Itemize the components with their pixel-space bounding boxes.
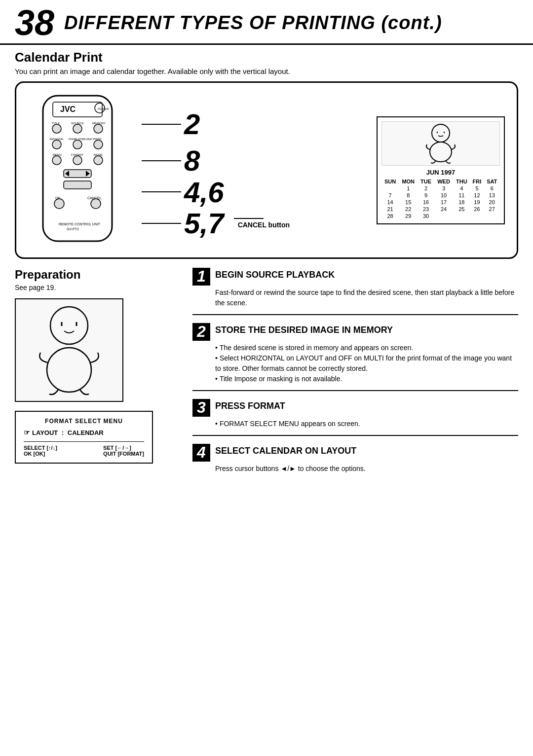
select-label: SELECT [↑/↓] — [24, 445, 57, 451]
step-3-body: FORMAT SELECT MENU appears on screen. — [192, 419, 518, 429]
format-menu-layout-row: ☞ LAYOUT : CALENDAR — [24, 429, 144, 436]
step-1-text: Fast-forward or rewind the source tape t… — [215, 288, 518, 308]
cal-cell: 29 — [399, 213, 418, 219]
cal-cell — [381, 185, 399, 192]
svg-point-36 — [430, 142, 452, 162]
cal-cell: 16 — [418, 199, 434, 206]
cal-cell — [453, 213, 470, 219]
format-menu-box: FORMAT SELECT MENU ☞ LAYOUT : CALENDAR S… — [15, 411, 153, 464]
cal-cell: 14 — [381, 199, 399, 206]
step-3: 3PRESS FORMATFORMAT SELECT MENU appears … — [192, 399, 518, 436]
step-2-bullet-0: The desired scene is stored in memory an… — [215, 343, 518, 353]
cal-cell: 12 — [470, 192, 484, 199]
cal-cell: 10 — [434, 192, 453, 199]
svg-text:POWER: POWER — [98, 108, 109, 110]
step-2: 2STORE THE DESIRED IMAGE IN MEMORYThe de… — [192, 323, 518, 391]
step-2-bullet-2: Title Impose or masking is not available… — [215, 374, 518, 384]
calendar-preview: JUN 1997 SUN MON TUE WED THU FRI SAT 123… — [377, 116, 505, 224]
cal-cell: 5 — [470, 185, 484, 192]
svg-rect-0 — [43, 96, 112, 241]
calendar-table: SUN MON TUE WED THU FRI SAT 123456789101… — [381, 178, 500, 219]
svg-point-37 — [50, 307, 88, 344]
cancel-label-area: CANCEL button — [234, 218, 290, 229]
page-header: 38 DIFFERENT TYPES OF PRINTING (cont.) — [0, 0, 533, 45]
svg-text:FRAME STABILIZER: FRAME STABILIZER — [69, 138, 92, 141]
cal-cell: 11 — [453, 192, 470, 199]
content-body: Preparation See page 19. — [0, 268, 533, 488]
cal-cell — [470, 213, 484, 219]
format-menu-controls: SELECT [↑/↓] OK [OK] SET [←/→] QUIT [FOR… — [24, 441, 144, 457]
cal-cell: 20 — [484, 199, 500, 206]
cal-cell: 23 — [418, 206, 434, 213]
step-1-number: 1 — [192, 268, 210, 286]
layout-label: LAYOUT — [32, 429, 58, 436]
step-3-title: PRESS FORMAT — [215, 399, 285, 412]
svg-point-29 — [54, 199, 64, 209]
step-4: 4SELECT CALENDAR ON LAYOUTPress cursor b… — [192, 444, 518, 480]
cal-cell: 30 — [418, 213, 434, 219]
format-menu-right-controls: SET [←/→] QUIT [FORMAT] — [103, 445, 144, 457]
cal-cell: 24 — [434, 206, 453, 213]
layout-value: CALENDAR — [68, 429, 104, 436]
svg-point-30 — [91, 199, 101, 209]
step-3-header: 3PRESS FORMAT — [192, 399, 518, 417]
cal-cell: 13 — [484, 192, 500, 199]
format-menu-title: FORMAT SELECT MENU — [24, 418, 144, 425]
step-4-header: 4SELECT CALENDAR ON LAYOUT — [192, 444, 518, 462]
ok-label: OK [OK] — [24, 451, 57, 457]
svg-point-8 — [52, 124, 61, 133]
svg-point-15 — [73, 140, 82, 149]
calendar-baby-image — [381, 121, 500, 166]
step-8-label: 8 — [184, 145, 200, 177]
svg-point-21 — [73, 156, 82, 165]
step-4-body: Press cursor buttons ◄/► to choose the o… — [192, 464, 518, 474]
step-1-title: BEGIN SOURCE PLAYBACK — [215, 268, 335, 281]
left-column: Preparation See page 19. — [15, 268, 183, 488]
cal-header-mon: MON — [399, 178, 418, 185]
cal-cell: 22 — [399, 206, 418, 213]
svg-text:REMOTE CONTROL UNIT: REMOTE CONTROL UNIT — [59, 222, 101, 226]
cancel-button-label: CANCEL button — [238, 221, 290, 229]
set-label: SET [←/→] — [103, 445, 144, 451]
cal-header-fri: FRI — [470, 178, 484, 185]
cal-cell: 1 — [399, 185, 418, 192]
step-2-bullet-1: Select HORIZONTAL on LAYOUT and OFF on M… — [215, 353, 518, 374]
step-2-body: The desired scene is stored in memory an… — [192, 343, 518, 384]
cal-cell — [484, 213, 500, 219]
label-8: 8 — [142, 145, 290, 177]
cal-header-thu: THU — [453, 178, 470, 185]
step-2-label: 2 — [184, 108, 200, 140]
colon: : — [60, 429, 66, 436]
label-57: 5,7 CANCEL button — [142, 208, 290, 239]
label-2: 2 — [142, 108, 290, 140]
cal-cell: 28 — [381, 213, 399, 219]
step-3-number: 3 — [192, 399, 210, 417]
cal-cell: 17 — [434, 199, 453, 206]
svg-point-16 — [94, 140, 103, 149]
svg-text:JVC: JVC — [60, 105, 76, 113]
preparation-see-page: See page 19. — [15, 284, 183, 291]
cal-cell: 27 — [484, 206, 500, 213]
cal-header-tue: TUE — [418, 178, 434, 185]
cal-header-wed: WED — [434, 178, 453, 185]
cal-cell: 21 — [381, 206, 399, 213]
svg-point-40 — [47, 348, 91, 392]
remote-labels: 2 8 4,6 5,7 CANCEL button — [142, 94, 290, 247]
step-1-header: 1BEGIN SOURCE PLAYBACK — [192, 268, 518, 286]
baby-illustration — [15, 298, 123, 402]
calendar-print-desc: You can print an image and calendar toge… — [0, 67, 533, 81]
step-1-body: Fast-forward or rewind the source tape t… — [192, 288, 518, 308]
cal-cell: 25 — [453, 206, 470, 213]
cal-cell: 19 — [470, 199, 484, 206]
svg-point-33 — [432, 124, 450, 142]
svg-point-14 — [52, 140, 61, 149]
cal-cell: 7 — [381, 192, 399, 199]
svg-point-22 — [94, 156, 103, 165]
steps-container: 1BEGIN SOURCE PLAYBACKFast-forward or re… — [192, 268, 518, 480]
svg-point-10 — [94, 124, 103, 133]
svg-rect-26 — [64, 181, 91, 189]
step-46-label: 4,6 — [184, 177, 224, 208]
preparation-title: Preparation — [15, 268, 183, 282]
quit-label: QUIT [FORMAT] — [103, 451, 144, 457]
step-4-text: Press cursor buttons ◄/► to choose the o… — [215, 464, 518, 474]
